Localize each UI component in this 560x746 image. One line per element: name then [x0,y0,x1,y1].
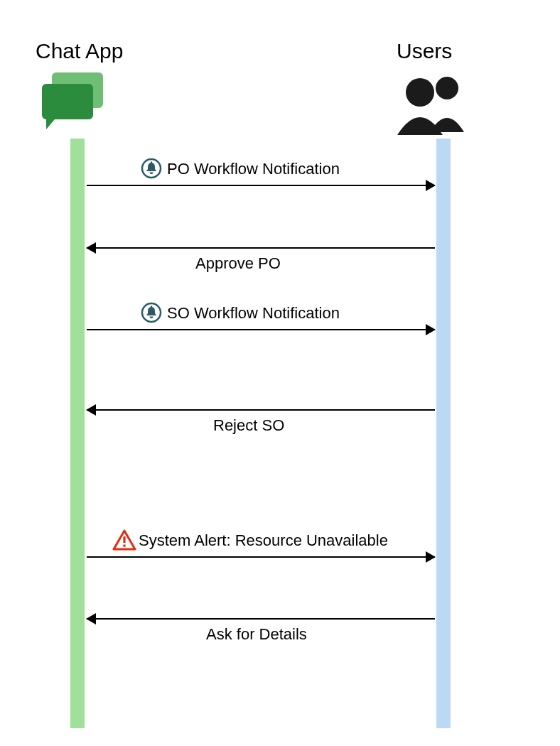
msg5-arrow [87,556,435,558]
chat-app-icon [39,70,110,136]
msg6-label: Ask for Details [206,625,307,644]
svg-point-0 [436,77,458,99]
users-icon [394,71,473,138]
sequence-diagram: Chat App Users PO Workflow N [0,0,560,746]
msg3-label: SO Workflow Notification [167,304,340,323]
msg2-label: Approve PO [195,254,281,273]
bell-icon [141,158,162,182]
svg-point-5 [151,306,152,307]
bell-icon [141,302,162,326]
lifeline-chat-app [70,139,85,728]
msg4-arrow [87,409,435,411]
msg1-label: PO Workflow Notification [167,160,340,178]
msg2-arrow [87,247,435,249]
msg1-arrow [87,185,435,186]
svg-point-1 [406,78,434,107]
msg5-label: System Alert: Resource Unavailable [139,531,388,550]
msg4-label: Reject SO [213,416,284,435]
actor-right-label: Users [397,39,452,63]
svg-rect-7 [123,545,125,547]
lifeline-users [436,139,451,728]
msg3-arrow [87,329,435,330]
svg-point-3 [151,161,152,163]
svg-rect-6 [123,536,125,543]
alert-icon [112,529,136,553]
actor-left-label: Chat App [36,39,123,63]
msg6-arrow [87,618,435,620]
